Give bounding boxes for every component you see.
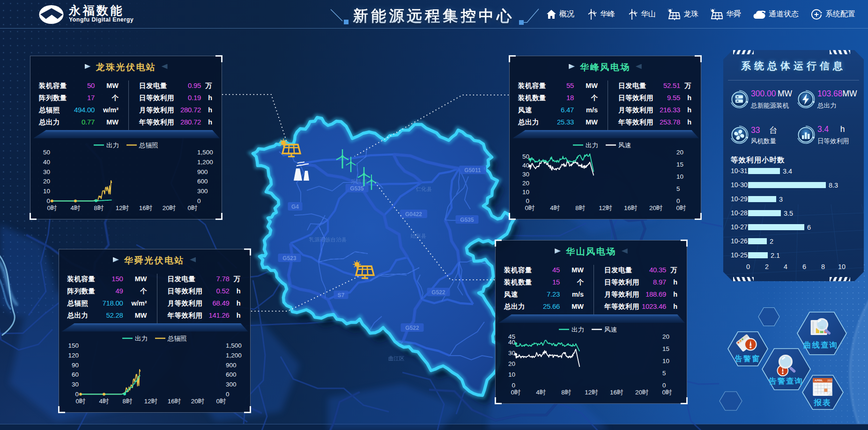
svg-text:0: 0 — [75, 391, 79, 398]
svg-text:0: 0 — [662, 382, 666, 389]
svg-text:0时: 0时 — [187, 204, 198, 211]
svg-text:150: 150 — [68, 342, 79, 349]
svg-text:风速: 风速 — [604, 326, 617, 333]
svg-text:20时: 20时 — [163, 204, 176, 211]
svg-text:45: 45 — [508, 333, 515, 340]
svg-text:0时: 0时 — [676, 204, 686, 211]
svg-text:16时: 16时 — [167, 398, 181, 405]
svg-text:300: 300 — [197, 188, 208, 195]
svg-text:0时: 0时 — [47, 204, 57, 211]
svg-text:总辐照: 总辐照 — [167, 335, 187, 342]
svg-text:5: 5 — [676, 185, 680, 192]
svg-text:10: 10 — [676, 173, 683, 180]
svg-text:曲线查询: 曲线查询 — [803, 341, 838, 349]
svg-text:12时: 12时 — [585, 389, 598, 396]
svg-text:10: 10 — [43, 188, 50, 195]
svg-text:16时: 16时 — [139, 204, 153, 211]
svg-text:20时: 20时 — [635, 389, 649, 396]
svg-text:4时: 4时 — [70, 204, 81, 211]
svg-text:0: 0 — [676, 197, 680, 204]
svg-text:30: 30 — [522, 171, 529, 178]
svg-text:0时: 0时 — [216, 398, 226, 405]
svg-text:10: 10 — [508, 371, 515, 378]
svg-text:40: 40 — [43, 158, 50, 165]
svg-text:20: 20 — [676, 149, 683, 156]
svg-text:出力: 出力 — [571, 326, 584, 333]
svg-text:0时: 0时 — [525, 204, 535, 211]
svg-text:90: 90 — [71, 361, 78, 368]
svg-text:10: 10 — [662, 357, 669, 364]
svg-text:20: 20 — [43, 178, 50, 185]
svg-text:告警查询: 告警查询 — [768, 377, 803, 385]
svg-text:30: 30 — [508, 350, 515, 357]
svg-text:8时: 8时 — [575, 204, 586, 211]
svg-text:10: 10 — [522, 189, 529, 196]
svg-text:20: 20 — [522, 180, 529, 187]
svg-text:30: 30 — [71, 381, 78, 388]
svg-text:0时: 0时 — [662, 389, 672, 396]
svg-text:20时: 20时 — [191, 398, 204, 405]
svg-text:0: 0 — [512, 382, 515, 389]
svg-text:风速: 风速 — [618, 142, 631, 149]
svg-text:0时: 0时 — [75, 398, 86, 405]
svg-text:5: 5 — [662, 370, 666, 377]
svg-text:900: 900 — [197, 168, 208, 175]
svg-text:1,500: 1,500 — [226, 342, 242, 349]
svg-text:60: 60 — [71, 371, 78, 378]
svg-text:8时: 8时 — [122, 398, 133, 405]
svg-text:1,500: 1,500 — [197, 149, 213, 156]
svg-text:0: 0 — [526, 197, 529, 204]
svg-text:报表: 报表 — [814, 398, 831, 407]
svg-text:50: 50 — [522, 153, 529, 160]
svg-text:8时: 8时 — [561, 389, 571, 396]
svg-text:20: 20 — [508, 360, 515, 367]
svg-text:12时: 12时 — [116, 204, 129, 211]
svg-text:0时: 0时 — [511, 389, 521, 396]
svg-text:50: 50 — [43, 149, 50, 156]
svg-text:0: 0 — [197, 197, 201, 204]
svg-text:1,200: 1,200 — [226, 351, 242, 358]
svg-text:出力: 出力 — [586, 142, 598, 149]
svg-text:15: 15 — [662, 345, 669, 352]
svg-text:900: 900 — [226, 361, 237, 368]
svg-text:出力: 出力 — [106, 142, 119, 149]
svg-text:120: 120 — [68, 351, 79, 358]
svg-text:0: 0 — [226, 391, 230, 398]
svg-text:出力: 出力 — [135, 335, 148, 342]
svg-text:2013: 2013 — [827, 379, 832, 382]
svg-text:40: 40 — [522, 162, 529, 169]
svg-text:16时: 16时 — [610, 389, 623, 396]
svg-text:300: 300 — [226, 381, 237, 388]
svg-text:20时: 20时 — [649, 204, 663, 211]
svg-text:600: 600 — [197, 178, 208, 185]
svg-text:20: 20 — [662, 333, 669, 340]
svg-text:4时: 4时 — [550, 204, 560, 211]
svg-text:总辐照: 总辐照 — [139, 142, 158, 149]
svg-text:16时: 16时 — [624, 204, 638, 211]
svg-text:4时: 4时 — [536, 389, 546, 396]
svg-text:12时: 12时 — [144, 398, 157, 405]
svg-text:告警窗: 告警窗 — [734, 354, 760, 363]
svg-text:0: 0 — [46, 197, 50, 204]
svg-text:8时: 8时 — [94, 204, 104, 211]
svg-text:12时: 12时 — [599, 204, 612, 211]
svg-text:15: 15 — [676, 161, 683, 168]
svg-text:600: 600 — [226, 371, 237, 378]
svg-text:4时: 4时 — [99, 398, 109, 405]
svg-text:APRIL: APRIL — [815, 379, 823, 382]
svg-text:30: 30 — [43, 168, 50, 175]
svg-text:1,200: 1,200 — [197, 158, 213, 165]
